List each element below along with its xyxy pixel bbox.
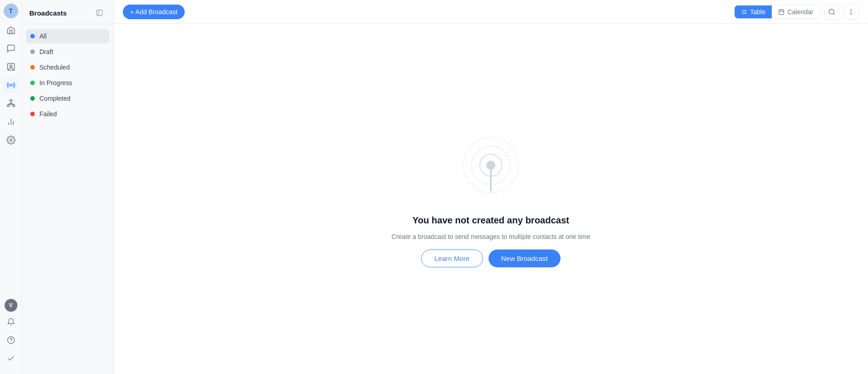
- filter-dot-draft: [30, 49, 35, 54]
- search-btn[interactable]: [824, 4, 840, 20]
- filter-label-failed: Failed: [39, 110, 57, 118]
- svg-point-2: [10, 84, 11, 86]
- broadcast-nav-btn[interactable]: [3, 77, 19, 93]
- sidebar-title: Broadcasts: [29, 9, 67, 17]
- svg-point-1: [10, 65, 12, 67]
- sidebar-filters: All Draft Scheduled In Progress Complete…: [22, 24, 113, 126]
- settings-nav-btn[interactable]: [3, 132, 19, 148]
- svg-point-16: [7, 337, 14, 344]
- sidebar-header: Broadcasts: [22, 0, 113, 24]
- add-broadcast-label: + Add Broadcast: [130, 8, 177, 16]
- new-broadcast-label: New Broadcast: [501, 255, 548, 262]
- filter-completed[interactable]: Completed: [26, 91, 110, 106]
- empty-subtitle: Create a broadcast to send messages to m…: [391, 233, 590, 240]
- chat-nav-btn[interactable]: [3, 40, 19, 57]
- notifications-bottom-btn[interactable]: [3, 314, 19, 330]
- svg-rect-4: [7, 105, 9, 106]
- filter-label-in-progress: In Progress: [39, 79, 72, 87]
- icon-nav: T V: [0, 0, 22, 374]
- svg-line-28: [833, 13, 835, 15]
- filter-scheduled[interactable]: Scheduled: [26, 60, 110, 75]
- filter-draft[interactable]: Draft: [26, 44, 110, 59]
- filter-dot-completed: [30, 96, 35, 101]
- empty-title: You have not created any broadcast: [412, 215, 569, 226]
- empty-state: You have not created any broadcast Creat…: [114, 24, 868, 374]
- home-nav-btn[interactable]: [3, 22, 19, 38]
- top-avatar[interactable]: T: [4, 4, 18, 18]
- tasks-bottom-btn[interactable]: [3, 350, 19, 367]
- filter-dot-all: [30, 34, 35, 38]
- filter-all[interactable]: All: [26, 29, 110, 43]
- add-broadcast-button[interactable]: + Add Broadcast: [123, 5, 185, 19]
- help-bottom-btn[interactable]: [3, 332, 19, 348]
- main-content: + Add Broadcast Table Calendar: [114, 0, 868, 374]
- filter-label-scheduled: Scheduled: [39, 64, 70, 71]
- svg-point-15: [10, 139, 12, 141]
- svg-point-27: [829, 9, 834, 14]
- filter-label-draft: Draft: [39, 48, 53, 55]
- svg-rect-23: [779, 10, 784, 14]
- table-view-label: Table: [750, 8, 765, 16]
- svg-point-30: [851, 11, 851, 12]
- contacts-nav-btn[interactable]: [3, 59, 19, 75]
- sidebar: Broadcasts All Draft Scheduled In Progre…: [22, 0, 114, 374]
- filter-label-completed: Completed: [39, 95, 71, 102]
- filter-failed[interactable]: Failed: [26, 107, 110, 121]
- topbar-left: + Add Broadcast: [123, 5, 185, 19]
- svg-rect-3: [10, 100, 12, 101]
- learn-more-button[interactable]: Learn More: [421, 249, 483, 267]
- analytics-nav-btn[interactable]: [3, 114, 19, 130]
- filter-dot-in-progress: [30, 81, 35, 85]
- calendar-view-label: Calendar: [787, 8, 813, 16]
- view-toggle: Table Calendar: [734, 5, 820, 19]
- broadcast-empty-icon: [454, 131, 527, 204]
- topbar: + Add Broadcast Table Calendar: [114, 0, 868, 24]
- empty-actions: Learn More New Broadcast: [421, 249, 560, 267]
- filter-label-all: All: [39, 33, 47, 40]
- topbar-right: Table Calendar: [734, 4, 859, 20]
- filter-in-progress[interactable]: In Progress: [26, 76, 110, 90]
- filter-dot-scheduled: [30, 65, 35, 70]
- new-broadcast-button[interactable]: New Broadcast: [489, 249, 561, 267]
- filter-dot-failed: [30, 112, 35, 116]
- svg-point-29: [851, 9, 851, 10]
- svg-point-35: [486, 161, 495, 170]
- learn-more-label: Learn More: [434, 255, 470, 262]
- more-options-btn[interactable]: [843, 4, 859, 20]
- table-view-btn[interactable]: Table: [735, 5, 772, 18]
- org-nav-btn[interactable]: [3, 95, 19, 112]
- calendar-view-btn[interactable]: Calendar: [772, 5, 820, 18]
- svg-point-31: [851, 14, 851, 14]
- sidebar-collapse-btn[interactable]: [93, 6, 106, 19]
- bottom-avatar[interactable]: V: [5, 299, 17, 312]
- svg-rect-18: [97, 10, 102, 16]
- svg-rect-5: [12, 105, 15, 106]
